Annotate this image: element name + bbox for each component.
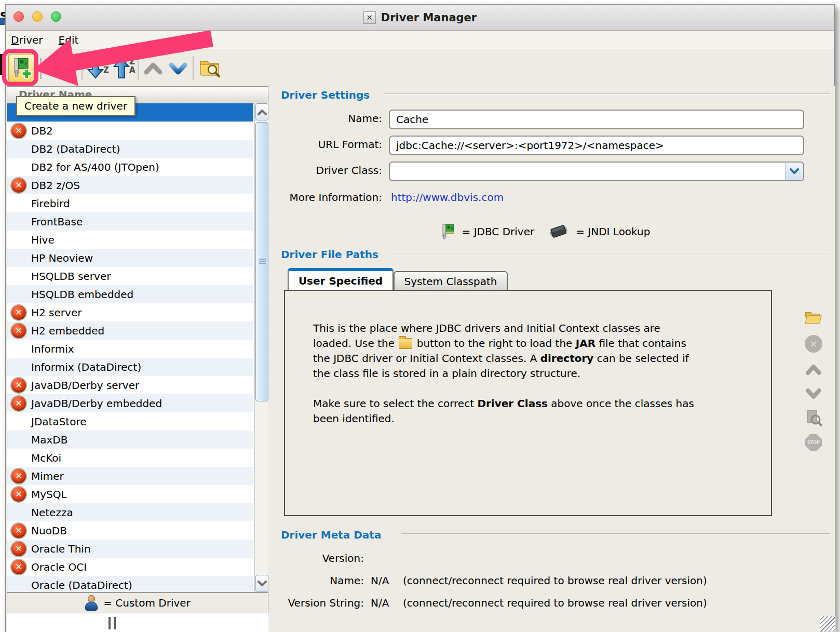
file-paths-help-text: This is the place where JDBC drivers and… (285, 291, 771, 426)
driver-list-item[interactable]: JavaDB/Derby server (7, 376, 253, 394)
driver-class-input[interactable] (390, 163, 803, 180)
toolbar-separator (193, 56, 194, 80)
driver-class-dropdown-button[interactable] (785, 163, 803, 180)
scroll-up-button[interactable] (255, 103, 268, 120)
sort-ascending-icon: Z A (113, 55, 137, 81)
driver-list-item[interactable]: Hive (7, 231, 253, 249)
driver-name-label: Informix (DataDirect) (31, 361, 141, 373)
name-input[interactable] (390, 111, 803, 128)
tab-user-specified[interactable]: User Specified (288, 268, 394, 290)
driver-name-label: JavaDB/Derby embedded (31, 397, 162, 410)
driver-name-label: Oracle Thin (31, 543, 91, 555)
driver-list-item[interactable]: Firebird (7, 194, 253, 212)
sort-descending-button[interactable]: A Z (87, 55, 111, 81)
driver-error-icon (11, 124, 26, 138)
find-in-folder-button[interactable] (198, 56, 223, 80)
driver-list-item[interactable]: H2 embedded (7, 321, 253, 340)
list-scrollbar[interactable] (254, 103, 268, 592)
stop-icon: STOP (805, 434, 822, 451)
driver-list-item[interactable]: Oracle OCI (7, 558, 253, 576)
scroll-down-button[interactable] (255, 575, 268, 592)
stop-button[interactable]: STOP (803, 432, 824, 453)
driver-name-label: MaxDB (31, 434, 67, 446)
remove-driver-button[interactable]: ✕ (40, 58, 60, 79)
driver-list-item[interactable]: MaxDB (7, 431, 253, 449)
more-information-label: More Information: (281, 191, 382, 204)
driver-error-icon (11, 324, 26, 338)
driver-file-paths-title: Driver File Paths (281, 248, 378, 261)
url-format-input[interactable] (390, 137, 803, 154)
driver-list-item[interactable]: JavaDB/Derby embedded (7, 394, 253, 412)
driver-list-item[interactable]: DB2 (DataDirect) (7, 140, 253, 158)
move-path-down-button[interactable] (803, 383, 824, 404)
driver-list-item[interactable]: McKoi (7, 449, 253, 467)
scrollbar-thumb[interactable] (255, 122, 268, 401)
driver-name-label: FrontBase (31, 216, 83, 228)
find-driver-class-icon (804, 408, 823, 427)
svg-text:Z: Z (103, 65, 109, 75)
driver-class-label: Driver Class: (281, 164, 382, 177)
driver-list-item[interactable]: Informix (DataDirect) (7, 358, 253, 376)
driver-list-item[interactable]: Oracle Thin (7, 540, 253, 558)
driver-name-label: JDataStore (31, 415, 87, 428)
driver-name-label: Informix (31, 343, 74, 355)
toolbar-separator (82, 56, 83, 80)
driver-list-item[interactable]: HP Neoview (7, 249, 253, 267)
window-resize-grip[interactable] (820, 616, 836, 632)
zoom-button[interactable] (51, 11, 61, 22)
tab-system-classpath[interactable]: System Classpath (394, 271, 508, 290)
driver-list-item[interactable]: Mimer (7, 467, 253, 485)
remove-path-button[interactable]: ✕ (803, 333, 824, 354)
remove-circle-icon: ✕ (805, 335, 822, 353)
driver-list-item[interactable]: NuoDB (7, 521, 253, 540)
driver-list-item[interactable]: DB2 for AS/400 (JTOpen) (7, 158, 253, 176)
meta-name-value: N/A (371, 574, 389, 587)
minimize-button[interactable] (32, 11, 43, 22)
driver-list-item[interactable]: Netezza (7, 503, 253, 521)
driver-list-item[interactable]: H2 server (7, 303, 253, 321)
menu-edit[interactable]: Edit (59, 34, 79, 46)
screen: s ✕ Driver Manager DriverEdit (0, 0, 840, 632)
menu-driver[interactable]: Driver (11, 34, 43, 46)
sort-ascending-button[interactable]: Z A (113, 55, 137, 81)
driver-error-icon (11, 487, 26, 502)
driver-error-icon (11, 523, 26, 538)
driver-list-item[interactable]: Informix (7, 340, 253, 358)
custom-driver-legend: = Custom Driver (7, 593, 268, 613)
open-folder-button[interactable] (803, 307, 824, 328)
driver-name-label: DB2 z/OS (31, 179, 80, 192)
title-bar[interactable]: ✕ Driver Manager (6, 5, 834, 31)
driver-file-paths-box[interactable]: This is the place where JDBC drivers and… (284, 290, 772, 516)
section-divider (401, 533, 830, 534)
driver-list-item[interactable]: HSQLDB server (7, 267, 253, 285)
find-driver-class-button[interactable] (803, 407, 824, 428)
find-in-folder-icon (198, 57, 222, 79)
driver-list-item[interactable]: MySQL (7, 485, 253, 503)
driver-list-item[interactable]: DB2 (7, 122, 253, 140)
driver-list-item[interactable]: FrontBase (7, 212, 253, 231)
name-label: Name: (281, 112, 382, 125)
dbvis-link[interactable]: http://www.dbvis.com (391, 191, 504, 204)
splitter-handle[interactable] (109, 617, 116, 629)
window-x-icon: ✕ (363, 11, 376, 24)
driver-list-item[interactable]: Oracle (DataDirect) (7, 576, 253, 592)
move-path-up-button[interactable] (803, 359, 824, 380)
url-format-label: URL Format: (281, 138, 382, 151)
driver-list-item[interactable]: DB2 z/OS (7, 176, 253, 194)
driver-list-item[interactable]: HSQLDB embedded (7, 285, 253, 303)
driver-name-label: HSQLDB embedded (31, 288, 133, 301)
move-down-button[interactable] (167, 58, 189, 79)
driver-error-icon (11, 178, 26, 193)
driver-meta-data-title: Driver Meta Data (281, 529, 381, 541)
driver-name-label: DB2 for AS/400 (JTOpen) (31, 161, 159, 173)
close-button[interactable] (13, 11, 24, 22)
background-app-fragment (0, 18, 5, 25)
driver-name-label: H2 server (31, 306, 82, 319)
version-string-value: N/A (371, 597, 389, 609)
driver-name-label: DB2 (31, 125, 53, 137)
version-string-note: (connect/reconnect required to browse re… (403, 597, 707, 609)
driver-name-label: Hive (31, 234, 55, 246)
move-up-button[interactable] (142, 58, 165, 79)
driver-list-item[interactable]: JDataStore (7, 412, 253, 431)
custom-driver-legend-label: = Custom Driver (103, 597, 191, 609)
